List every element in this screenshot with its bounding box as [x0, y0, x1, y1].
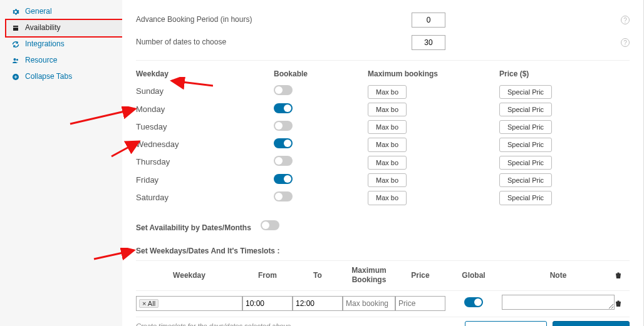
- sidebar-item-integrations[interactable]: Integrations: [6, 36, 122, 53]
- hint-line: Create timeslots for the days/dates sele…: [136, 321, 461, 326]
- ts-col-max: Maximum Bookings: [343, 266, 395, 285]
- weekday-row: ThursdayMax boSpecial Pric: [136, 154, 630, 171]
- num-dates-input[interactable]: [412, 35, 445, 50]
- ts-col-note: Note: [502, 271, 615, 281]
- max-bookings-button[interactable]: Max bo: [368, 191, 407, 205]
- max-bookings-button[interactable]: Max bo: [368, 156, 407, 170]
- ts-col-global: Global: [445, 271, 502, 281]
- help-icon[interactable]: ?: [621, 16, 630, 24]
- max-bookings-button[interactable]: Max bo: [368, 138, 407, 151]
- ts-weekday-field[interactable]: × All: [136, 296, 242, 311]
- bookable-toggle[interactable]: [274, 121, 293, 131]
- weekday-name: Friday: [136, 175, 274, 186]
- sidebar-label: Availability: [25, 23, 60, 33]
- special-price-button[interactable]: Special Pric: [499, 191, 552, 205]
- ts-col-price: Price: [395, 271, 445, 281]
- bookable-toggle[interactable]: [274, 191, 293, 201]
- special-price-button[interactable]: Special Pric: [499, 103, 552, 116]
- add-new-timeslot-button[interactable]: Add New Timeslot: [553, 321, 630, 326]
- ts-note-input[interactable]: [502, 295, 615, 310]
- max-bookings-button[interactable]: Max bo: [368, 85, 407, 99]
- weekday-row: FridayMax boSpecial Pric: [136, 171, 630, 189]
- sidebar-label: Collapse Tabs: [25, 72, 72, 82]
- sidebar-label: General: [25, 7, 52, 17]
- sidebar-item-resource[interactable]: Resource: [6, 53, 122, 69]
- bookable-toggle[interactable]: [274, 156, 293, 166]
- weekday-row: MondayMax boSpecial Pric: [136, 101, 630, 118]
- refresh-icon: [11, 40, 20, 49]
- help-icon[interactable]: ?: [621, 38, 630, 47]
- ts-col-from: From: [242, 271, 293, 281]
- ts-global-toggle[interactable]: [464, 297, 483, 307]
- num-dates-label: Number of dates to choose: [136, 38, 412, 48]
- set-timeslots-label: Set Weekdays/Dates And It's Timeslots :: [136, 247, 630, 257]
- special-price-button[interactable]: Special Pric: [499, 120, 552, 134]
- special-price-button[interactable]: Special Pric: [499, 173, 552, 187]
- special-price-button[interactable]: Special Pric: [499, 156, 552, 170]
- weekday-row: TuesdayMax boSpecial Pric: [136, 118, 630, 136]
- weekday-name: Wednesday: [136, 140, 274, 150]
- users-icon: [11, 56, 20, 65]
- circle-plus-icon: [11, 73, 20, 81]
- ts-to-input[interactable]: [293, 296, 343, 311]
- delete-all-timeslots-button[interactable]: Delete All Timeslots: [465, 321, 547, 326]
- gear-icon: [11, 8, 20, 16]
- sidebar-label: Integrations: [25, 39, 65, 49]
- settings-content: Advance Booking Period (in hours) ? Numb…: [122, 0, 643, 326]
- svg-point-1: [16, 59, 18, 61]
- weekday-name: Sunday: [136, 86, 274, 97]
- sidebar-item-availability[interactable]: Availability: [6, 20, 122, 36]
- calendar-icon: [11, 24, 20, 33]
- special-price-button[interactable]: Special Pric: [499, 85, 552, 99]
- weekday-name: Tuesday: [136, 122, 274, 133]
- sidebar-item-collapse[interactable]: Collapse Tabs: [6, 69, 122, 85]
- svg-point-0: [14, 58, 16, 61]
- advance-booking-input[interactable]: [412, 13, 445, 28]
- max-bookings-button[interactable]: Max bo: [368, 120, 407, 134]
- col-weekday: Weekday: [136, 69, 274, 79]
- date-availability-toggle[interactable]: [261, 220, 279, 230]
- weekday-row: WednesdayMax boSpecial Pric: [136, 136, 630, 153]
- max-bookings-button[interactable]: Max bo: [368, 103, 407, 116]
- sidebar-label: Resource: [25, 56, 57, 66]
- ts-price-input[interactable]: [395, 296, 445, 311]
- ts-max-input[interactable]: [343, 296, 395, 311]
- advance-booking-label: Advance Booking Period (in hours): [136, 15, 412, 25]
- bookable-toggle[interactable]: [274, 174, 293, 184]
- weekday-tag[interactable]: × All: [139, 299, 158, 308]
- weekday-name: Saturday: [136, 193, 274, 203]
- trash-all-icon[interactable]: [615, 272, 630, 279]
- col-bookable: Bookable: [274, 69, 368, 79]
- special-price-button[interactable]: Special Pric: [499, 138, 552, 151]
- sidebar-item-general[interactable]: General: [6, 4, 122, 20]
- bookable-toggle[interactable]: [274, 138, 293, 148]
- trash-row-icon[interactable]: [615, 300, 630, 307]
- col-price: Price ($): [499, 69, 630, 79]
- ts-col-to: To: [293, 271, 343, 281]
- ts-col-weekday: Weekday: [136, 271, 242, 281]
- bookable-toggle[interactable]: [274, 103, 293, 113]
- weekday-row: SundayMax boSpecial Pric: [136, 83, 630, 101]
- bookable-toggle[interactable]: [274, 85, 293, 95]
- weekday-row: SaturdayMax boSpecial Pric: [136, 189, 630, 206]
- max-bookings-button[interactable]: Max bo: [368, 173, 407, 187]
- col-max: Maximum bookings: [368, 69, 499, 79]
- set-availability-label: Set Availability by Dates/Months: [136, 223, 251, 233]
- weekday-name: Monday: [136, 104, 274, 115]
- settings-sidebar: General Availability Integrations Resour…: [0, 0, 122, 326]
- weekday-name: Thursday: [136, 157, 274, 168]
- ts-from-input[interactable]: [242, 296, 293, 311]
